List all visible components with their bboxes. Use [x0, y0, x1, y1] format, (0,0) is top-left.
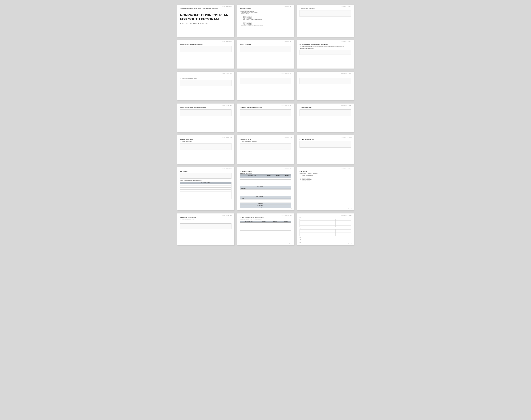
section-8-desc: Possible items to attach are as follows:	[300, 173, 351, 174]
exec-summary-card: CONFIDENTIAL 1. EXECUTIVE SUMMARY	[297, 5, 354, 37]
right-c8b: C8	[300, 242, 351, 243]
section-2221-heading: 2.2.2.1 PROGRAM A	[240, 44, 291, 45]
section-23-table-label: TABLE: LEAD TEAM MEMBERS	[300, 48, 351, 49]
bs-col-3: PERIOD 3	[282, 174, 291, 176]
cover-subtitle: NONPROFIT BUSINESS PLAN TEMPLATE FOR YOU…	[180, 8, 231, 9]
toc-card: CONFIDENTIAL TABLE OF CONTENTS 1. EXECUT…	[237, 5, 294, 37]
bs-equity-row-2	[240, 201, 291, 203]
toc-heading: TABLE OF CONTENTS	[240, 8, 291, 9]
section-2221-card: CONFIDENTIAL 2.2.2.1 PROGRAM A	[237, 40, 294, 69]
confidential-label: CONFIDENTIAL	[222, 6, 232, 7]
section-23-desc: The table below shows the organization's…	[300, 46, 351, 47]
cover-org: NONPROFIT ORGANIZATION NAME	[180, 23, 231, 24]
cfr-row-3	[300, 222, 351, 224]
section-6-content	[240, 143, 291, 150]
cf-col-3: PERIOD 3	[280, 221, 291, 223]
confidential-label-s72: CONFIDENTIAL	[282, 215, 292, 216]
section-24-content	[180, 109, 231, 116]
section-23-content	[300, 50, 351, 55]
section-6-heading: 6. FINANCIAL PLAN	[240, 139, 291, 140]
section-7-heading: 7. FINANCIAL STATEMENTS	[180, 217, 231, 218]
toc-item-2: 2. ORGANIZATION OVERVIEW4	[240, 11, 291, 12]
toc-item-2-2-1: 2.2.1 YOUTH MENTORING PROGRAMS5	[240, 15, 291, 15]
toc-item-2-2-2-3: 2.2.2.3 PROGRAM C6	[240, 24, 291, 25]
cfr-row-1	[300, 219, 351, 221]
page-number-73: Page 19	[288, 208, 292, 209]
confidential-label-s10: CONFIDENTIAL	[222, 105, 232, 106]
bs-liab-row-2	[240, 191, 291, 193]
funding-row-2	[180, 186, 231, 188]
cf-col-1: PERIOD 1	[258, 221, 269, 223]
toc-item-1: 1. EXECUTIVE SUMMARY3	[240, 10, 291, 11]
section-7-content	[180, 223, 231, 229]
section-5-content	[180, 143, 231, 150]
cf-col-0: CATEGORY / TYPE	[240, 221, 258, 223]
confidential-label-exec: CONFIDENTIAL	[341, 6, 352, 7]
section-2-card: CONFIDENTIAL 2. ORGANIZATION OVERVIEW 2.…	[177, 72, 234, 101]
section-8-card: CONFIDENTIAL 8. APPENDIX Possible items …	[297, 167, 354, 210]
toc-item-2-1: 2.1 ORGANIZATION BACKGROUND4	[240, 12, 291, 13]
section-2-heading1: 2. ORGANIZATION OVERVIEW	[180, 75, 231, 77]
bs-assets-row-1	[240, 178, 291, 180]
funding-table-label: TABLE: FUNDING SOURCE AND USE OF FUNDS	[180, 180, 231, 181]
exec-summary-content	[300, 10, 351, 17]
section-2211-card: CONFIDENTIAL 2.2.1.1 YOUTH MENTORING PRO…	[177, 40, 234, 69]
appendix-item-1: Detailed market research	[302, 175, 351, 176]
funding-col-header: SOURCES OF FUNDING	[180, 182, 231, 184]
bs-col-0: CATEGORY / TYPE	[240, 174, 264, 176]
cfr2-row-3	[300, 233, 351, 234]
right-yw: YW	[300, 239, 351, 240]
confidential-label-s9: CONFIDENTIAL	[341, 73, 352, 74]
section-64-card: CONFIDENTIAL 6.4 FUNDING TABLE: FUNDING …	[177, 167, 234, 210]
toc-item-2-2: 2.2 OBJECTIVES5	[240, 13, 291, 14]
toc-item-2-2-1-3: 2.2.1.3 PROGRAM C6	[240, 18, 291, 19]
confidential-label-s7a: CONFIDENTIAL	[222, 215, 232, 216]
funding-row-3	[180, 188, 231, 190]
bs-liab-row-1	[240, 190, 291, 191]
section-2211-heading: 2.2.1.1 YOUTH MENTORING PROGRAMS	[180, 44, 231, 45]
section-63-card: CONFIDENTIAL 6.3 FUNDRAISING PLAN	[297, 135, 354, 164]
section-5-card: CONFIDENTIAL 5. OPERATIONS PLAN 5.1 SHOR…	[177, 135, 234, 164]
confidential-label-s8: CONFIDENTIAL	[282, 73, 292, 74]
confidential-label-s4: CONFIDENTIAL	[222, 41, 232, 42]
bs-total-liab-equity: TOTAL LIABILITIES AND EQUITY	[240, 206, 291, 208]
section-64-content	[180, 173, 231, 179]
funding-row-7	[180, 195, 231, 197]
section-2221-content	[240, 46, 291, 52]
confidential-label-s17: CONFIDENTIAL	[282, 168, 292, 169]
bs-assets-row-2	[240, 180, 291, 181]
page-number-72: Page 4	[289, 243, 292, 244]
bs-total-assets: TOTAL ASSETS	[240, 186, 291, 188]
cfr2-row-2	[300, 231, 351, 233]
section-22-content	[240, 78, 291, 84]
bs-liab-header: LIABILITIES	[240, 188, 291, 190]
bs-col-2: PERIOD 2	[273, 174, 282, 176]
section-23-card: CONFIDENTIAL 2.3 MANAGEMENT TEAM AND KEY…	[297, 40, 354, 69]
section-63-heading: 6.3 FUNDRAISING PLAN	[300, 139, 351, 140]
bs-assets-row-3	[240, 181, 291, 183]
cf-row-2	[240, 224, 291, 226]
confidential-label-s11: CONFIDENTIAL	[282, 105, 292, 106]
section-4-card: CONFIDENTIAL 4. MARKETING PLAN	[297, 103, 354, 132]
section-72-heading: 7.2 PROJECTED CASH FLOW STATEMENT	[240, 217, 291, 218]
bs-total-assets-2: TOTAL ASSETS	[240, 204, 291, 206]
toc-item-2-2-2-1: 2.2.2.1 PROGRAM A6	[240, 22, 291, 23]
section-2211b-heading: 2.2.1.1 PROGRAM A	[300, 75, 351, 77]
section-3-heading: 3. MARKET AND INDUSTRY ANALYSIS	[240, 107, 291, 108]
cf-row-3	[240, 226, 291, 227]
cfr-row-2	[300, 221, 351, 222]
section-5-sub: 5.1 SHORT-TERM PLAN	[180, 141, 231, 142]
cfr-row-4	[300, 224, 351, 225]
section-72-card: CONFIDENTIAL 7.2 PROJECTED CASH FLOW STA…	[237, 213, 294, 245]
appendix-list: Detailed market research Resumes of key …	[300, 175, 351, 181]
section-63-content	[300, 141, 351, 148]
cf-row-4	[240, 227, 291, 229]
appendix-item-3: Industry information	[302, 178, 351, 179]
toc-item-2-2-1-2: 2.2.1.2 PROGRAM B6	[240, 17, 291, 18]
section-3-content	[240, 109, 291, 116]
bs-assets-row-5	[240, 184, 291, 186]
cashflow-right-table-2	[300, 229, 351, 236]
confidential-label-72r: CONFIDENTIAL	[341, 215, 352, 216]
cover-title: NONPROFIT BUSINESS PLANFOR YOUTH PROGRAM	[180, 13, 231, 21]
section-2211-content	[180, 46, 231, 52]
